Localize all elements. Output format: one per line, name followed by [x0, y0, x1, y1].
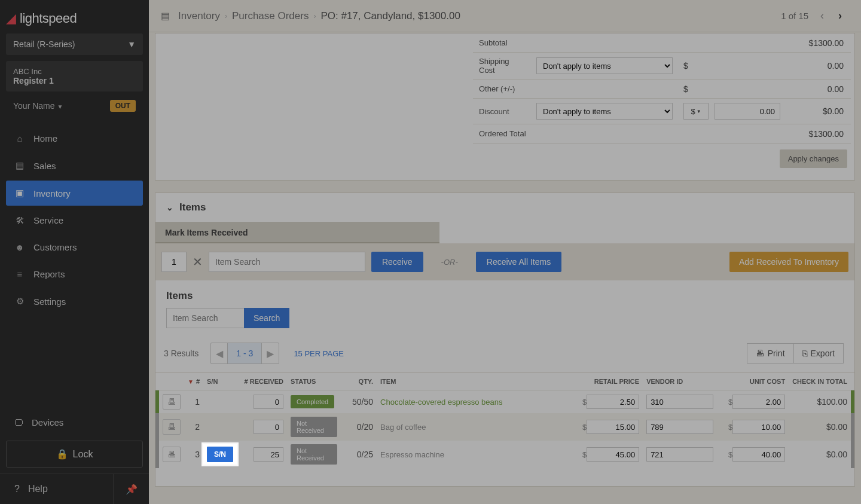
next-button[interactable]: ›: [831, 7, 849, 25]
receive-all-button[interactable]: Receive All Items: [476, 252, 561, 272]
sidebar-item-settings[interactable]: ⚙Settings: [6, 289, 143, 314]
pin-button[interactable]: 📌: [113, 474, 149, 504]
chevron-right-icon: ›: [225, 12, 227, 20]
box-icon: ▣: [14, 188, 25, 198]
per-page-link[interactable]: 15 PER PAGE: [294, 349, 344, 358]
items-search-button[interactable]: Search: [244, 308, 289, 328]
product-selector[interactable]: Retail (R-Series) ▼: [6, 33, 143, 55]
discount-select[interactable]: Don't apply to items: [536, 103, 673, 120]
add-received-to-inventory-button[interactable]: Add Received To Inventory: [729, 252, 848, 272]
brand-text: lightspeed: [20, 11, 77, 26]
discount-input[interactable]: [715, 103, 780, 120]
user-name[interactable]: Your Name ▼: [13, 101, 63, 111]
col-received[interactable]: # RECEIVED: [239, 373, 287, 390]
pager-next[interactable]: ▶: [262, 343, 279, 364]
breadcrumb-purchase-orders[interactable]: Purchase Orders: [232, 10, 309, 22]
help-button[interactable]: ?Help: [0, 474, 113, 504]
col-checkin[interactable]: CHECK IN TOTAL: [789, 373, 851, 390]
wrench-icon: 🛠: [14, 215, 25, 225]
logo: ◢ lightspeed: [0, 0, 149, 33]
retail-price-input[interactable]: [587, 447, 639, 462]
row-qty: 0/25: [341, 441, 377, 468]
nav: ⌂Home ▤Sales ▣Inventory 🛠Service ☻Custom…: [0, 120, 149, 410]
out-badge[interactable]: OUT: [110, 100, 136, 112]
items-search-input[interactable]: [166, 308, 244, 328]
apply-changes-button[interactable]: Apply changes: [780, 149, 847, 168]
row-item-name[interactable]: Chocolate-covered espresso beans: [380, 398, 503, 407]
discount-value: $0.00: [823, 106, 844, 116]
unit-cost-input[interactable]: [732, 395, 785, 409]
receive-qty-input[interactable]: [161, 252, 187, 272]
sidebar-item-home[interactable]: ⌂Home: [6, 126, 143, 151]
vendor-id-input[interactable]: [646, 420, 713, 434]
shipping-select[interactable]: Don't apply to items: [536, 57, 673, 74]
currency-symbol: $: [575, 450, 587, 459]
row-status-badge: Not Received: [291, 417, 337, 437]
shipping-val: 0.00: [828, 61, 844, 71]
tag-icon: ▤: [14, 160, 25, 171]
discount-label: Discount: [473, 103, 533, 120]
flame-icon: ◢: [6, 11, 16, 26]
row-print-button[interactable]: 🖶: [163, 447, 181, 462]
other-val: 0.00: [828, 84, 844, 94]
sidebar-item-sales[interactable]: ▤Sales: [6, 153, 143, 178]
retail-price-input[interactable]: [587, 395, 639, 409]
ordered-total-value: $1300.00: [676, 125, 851, 143]
col-status[interactable]: STATUS: [287, 373, 341, 390]
col-vendor[interactable]: VENDOR ID: [643, 373, 717, 390]
sidebar-item-inventory[interactable]: ▣Inventory: [6, 181, 143, 206]
chevron-down-icon: ▼: [127, 39, 136, 49]
retail-price-input[interactable]: [587, 420, 639, 434]
ordered-total-label: Ordered Total: [473, 125, 533, 142]
receive-button[interactable]: Receive: [371, 252, 423, 272]
lock-icon: 🔒: [56, 448, 68, 460]
main-content: Subtotal $1300.00 Shipping Cost Don't ap…: [149, 33, 861, 504]
col-sn[interactable]: S/N: [203, 373, 239, 390]
table-row: 🖶 2 Not Received 0/20 Bag of coffee $ $ …: [155, 413, 854, 441]
items-card: ⌄ Items Mark Items Received ✕ Receive -O…: [155, 193, 855, 487]
vendor-id-input[interactable]: [646, 447, 713, 462]
col-retail[interactable]: RETAIL PRICE: [571, 373, 643, 390]
row-received-input[interactable]: [254, 395, 283, 409]
company-box[interactable]: ABC Inc Register 1: [6, 61, 143, 91]
subtotal-value: $1300.00: [676, 34, 851, 52]
home-icon: ⌂: [14, 133, 25, 143]
or-text: -OR-: [441, 258, 458, 267]
unit-cost-input[interactable]: [732, 447, 785, 462]
sidebar-item-devices[interactable]: 🖵Devices: [0, 410, 149, 435]
prev-button[interactable]: ‹: [813, 7, 831, 25]
vendor-id-input[interactable]: [646, 395, 713, 409]
sidebar-item-customers[interactable]: ☻Customers: [6, 235, 143, 259]
unit-cost-input[interactable]: [732, 420, 785, 434]
row-received-input[interactable]: [254, 420, 283, 434]
results-count: 3 Results: [164, 349, 199, 358]
export-icon: ⎘: [802, 349, 807, 358]
topbar: ▤ Inventory › Purchase Orders › PO: #17,…: [149, 0, 861, 32]
breadcrumb-inventory[interactable]: Inventory: [178, 10, 220, 22]
row-sn: [203, 413, 239, 441]
sidebar: ◢ lightspeed Retail (R-Series) ▼ ABC Inc…: [0, 0, 149, 504]
table-row: 🖶 3 S/N Not Received 0/25 Espresso machi…: [155, 441, 854, 468]
currency-symbol: $: [720, 423, 732, 432]
col-unit[interactable]: UNIT COST: [717, 373, 789, 390]
row-total: $0.00: [789, 441, 851, 468]
sidebar-item-reports[interactable]: ≡Reports: [6, 262, 143, 286]
sn-button[interactable]: S/N: [207, 447, 233, 462]
export-button[interactable]: ⎘Export: [794, 343, 844, 364]
print-button[interactable]: 🖶Print: [747, 343, 794, 364]
mark-items-received-title: Mark Items Received: [155, 222, 439, 243]
col-qty[interactable]: QTY.: [341, 373, 377, 390]
items-section-header[interactable]: ⌄ Items: [155, 193, 854, 222]
row-received-input[interactable]: [254, 447, 283, 462]
pager-prev[interactable]: ◀: [211, 343, 228, 364]
row-print-button[interactable]: 🖶: [163, 419, 181, 435]
lock-button[interactable]: 🔒Lock: [6, 441, 143, 468]
col-num[interactable]: #: [196, 378, 200, 385]
row-num: 3: [184, 441, 203, 468]
receive-item-search[interactable]: [209, 252, 365, 272]
shipping-label: Shipping Cost: [473, 53, 533, 79]
sidebar-item-service[interactable]: 🛠Service: [6, 208, 143, 233]
col-item[interactable]: ITEM: [377, 373, 571, 390]
discount-currency-select[interactable]: $ ▼: [683, 103, 709, 120]
row-print-button[interactable]: 🖶: [163, 394, 181, 410]
